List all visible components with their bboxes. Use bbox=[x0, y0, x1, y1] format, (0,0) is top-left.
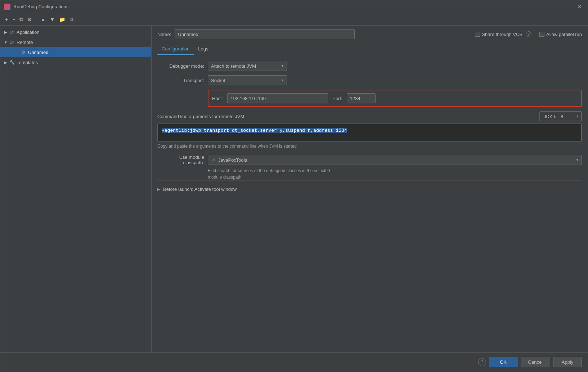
sort-button[interactable]: ⇅ bbox=[68, 15, 76, 23]
sidebar-item-application[interactable]: ▶ 🗂 Application bbox=[0, 27, 151, 37]
debugger-mode-select[interactable]: Attach to remote JVM Listen to remote JV… bbox=[208, 61, 287, 71]
expand-arrow-unnamed bbox=[15, 50, 20, 55]
add-config-button[interactable]: + bbox=[3, 15, 10, 23]
host-input[interactable] bbox=[227, 93, 328, 103]
settings-config-button[interactable]: ⚙ bbox=[26, 15, 34, 23]
module-select[interactable]: JavaPocTools bbox=[208, 155, 582, 165]
host-label: Host: bbox=[212, 96, 223, 101]
sidebar-item-remote[interactable]: ▼ 🗂 Remote bbox=[0, 37, 151, 47]
application-icon: 🗂 bbox=[9, 29, 15, 35]
before-launch-arrow: ▶ bbox=[157, 187, 160, 191]
cancel-button[interactable]: Cancel bbox=[521, 357, 550, 367]
toolbar: + − ⧉ ⚙ ▲ ▼ 📁 ⇅ bbox=[0, 13, 588, 26]
title-bar: Run/Debug Configurations ✕ bbox=[0, 0, 588, 13]
cmd-args-label: Command line arguments for remote JVM: bbox=[157, 114, 246, 119]
module-classpath-row: Use module classpath: 🗂 JavaPocTools bbox=[157, 154, 582, 165]
parallel-run-checkbox[interactable] bbox=[539, 32, 544, 37]
cmd-args-section: Command line arguments for remote JVM: J… bbox=[157, 111, 582, 149]
sidebar-label-remote: Remote bbox=[17, 40, 33, 45]
sidebar-item-unnamed[interactable]: ⚙ Unnamed bbox=[0, 47, 151, 57]
copy-config-button[interactable]: ⧉ bbox=[18, 15, 25, 23]
run-debug-dialog: Run/Debug Configurations ✕ + − ⧉ ⚙ ▲ ▼ 📁… bbox=[0, 0, 588, 372]
apply-button[interactable]: Apply bbox=[553, 357, 582, 367]
share-vcs-label: Share through VCS bbox=[482, 32, 522, 37]
transport-row: Transport: Socket Shared memory bbox=[157, 75, 582, 85]
expand-arrow-templates: ▶ bbox=[3, 60, 8, 65]
module-select-wrapper: 🗂 JavaPocTools bbox=[208, 155, 582, 165]
module-hint-line2: module classpath bbox=[208, 175, 241, 180]
folder-button[interactable]: 📁 bbox=[57, 15, 67, 23]
jdk-version-select[interactable]: JDK 5 - 8 JDK 9 or later bbox=[539, 111, 582, 121]
expand-arrow-application: ▶ bbox=[3, 30, 8, 35]
vcs-info-icon[interactable]: ? bbox=[526, 31, 531, 37]
debugger-mode-label: Debugger mode: bbox=[157, 63, 204, 69]
module-hint: First search for sources of the debugged… bbox=[208, 167, 582, 180]
expand-arrow-remote: ▼ bbox=[3, 40, 8, 45]
jdk-select-wrapper: JDK 5 - 8 JDK 9 or later bbox=[539, 111, 582, 121]
sidebar-item-templates[interactable]: ▶ 🔧 Templates bbox=[0, 57, 151, 67]
toolbar-separator bbox=[36, 16, 36, 23]
parallel-run-group: Allow parallel run bbox=[539, 32, 582, 37]
share-vcs-group: Share through VCS ? bbox=[475, 31, 531, 37]
templates-icon: 🔧 bbox=[9, 59, 15, 65]
remote-icon: 🗂 bbox=[9, 39, 15, 45]
name-label: Name: bbox=[157, 32, 171, 37]
cmd-args-value: -agentlib:jdwp=transport=dt_socket,serve… bbox=[162, 128, 347, 133]
cmd-args-box[interactable]: -agentlib:jdwp=transport=dt_socket,serve… bbox=[157, 124, 582, 142]
tab-configuration[interactable]: Configuration bbox=[157, 43, 194, 55]
help-button[interactable]: ? bbox=[478, 358, 486, 366]
sidebar-label-templates: Templates bbox=[17, 60, 38, 65]
cmd-hint: Copy and paste the arguments to the comm… bbox=[157, 144, 582, 149]
transport-select-wrapper: Socket Shared memory bbox=[208, 75, 287, 85]
config-content: Debugger mode: Attach to remote JVM List… bbox=[152, 55, 588, 352]
main-content: ▶ 🗂 Application ▼ 🗂 Remote ⚙ Unnamed ▶ 🔧… bbox=[0, 26, 588, 352]
bottom-bar: ? OK Cancel Apply bbox=[0, 352, 588, 372]
right-panel: Name: Share through VCS ? Allow parallel… bbox=[152, 26, 588, 352]
remove-config-button[interactable]: − bbox=[10, 15, 17, 23]
name-input[interactable] bbox=[175, 29, 355, 39]
transport-select[interactable]: Socket Shared memory bbox=[208, 75, 287, 85]
move-down-button[interactable]: ▼ bbox=[48, 15, 57, 23]
move-up-button[interactable]: ▲ bbox=[39, 15, 47, 23]
tabs-bar: Configuration Logs bbox=[152, 43, 588, 55]
share-vcs-checkbox[interactable] bbox=[475, 32, 480, 37]
before-launch-label: Before launch: Activate tool window bbox=[163, 187, 237, 192]
transport-label: Transport: bbox=[157, 78, 204, 83]
tab-logs[interactable]: Logs bbox=[194, 43, 212, 55]
cmd-header: Command line arguments for remote JVM: J… bbox=[157, 111, 582, 121]
module-classpath-label: Use module classpath: bbox=[157, 154, 204, 165]
module-hint-line1: First search for sources of the debugged… bbox=[208, 168, 330, 173]
port-input[interactable] bbox=[347, 93, 376, 103]
before-launch-row[interactable]: ▶ Before launch: Activate tool window bbox=[157, 180, 582, 192]
sidebar: ▶ 🗂 Application ▼ 🗂 Remote ⚙ Unnamed ▶ 🔧… bbox=[0, 26, 152, 352]
debugger-mode-row: Debugger mode: Attach to remote JVM List… bbox=[157, 61, 582, 71]
sidebar-label-application: Application bbox=[17, 30, 40, 35]
port-label: Port: bbox=[332, 96, 342, 101]
dialog-title: Run/Debug Configurations bbox=[13, 4, 575, 9]
close-button[interactable]: ✕ bbox=[575, 3, 584, 11]
sidebar-label-unnamed: Unnamed bbox=[28, 50, 48, 55]
ok-button[interactable]: OK bbox=[489, 357, 518, 367]
debugger-mode-select-wrapper: Attach to remote JVM Listen to remote JV… bbox=[208, 61, 287, 71]
config-icon: ⚙ bbox=[21, 49, 26, 55]
name-bar: Name: Share through VCS ? Allow parallel… bbox=[152, 26, 588, 43]
host-port-group: Host: Port: bbox=[208, 90, 582, 107]
app-icon bbox=[4, 4, 10, 10]
parallel-run-label: Allow parallel run bbox=[546, 32, 582, 37]
